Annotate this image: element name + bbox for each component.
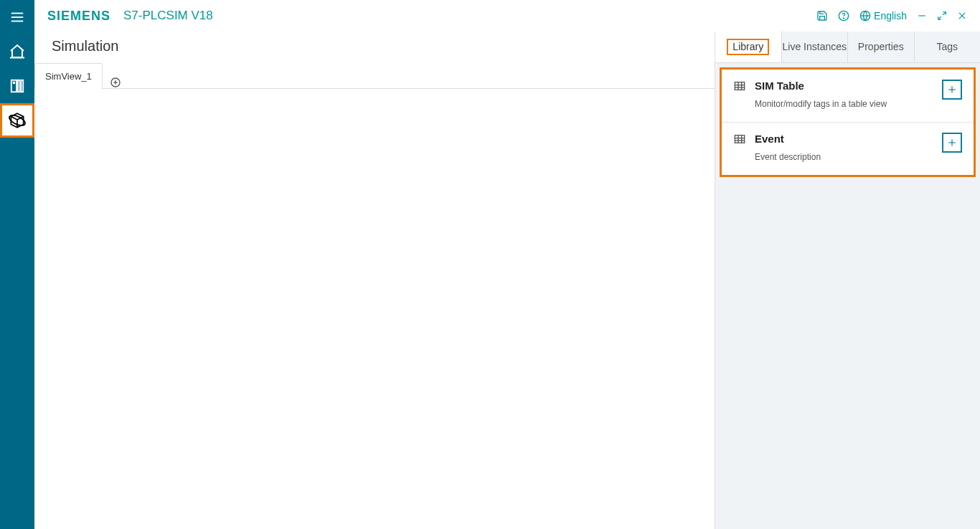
event-desc: Event description [755, 152, 933, 162]
tab-tags[interactable]: Tags [915, 32, 981, 62]
sim-table-title: SIM Table [755, 80, 933, 92]
svg-rect-21 [735, 82, 744, 90]
svg-rect-5 [18, 80, 20, 92]
tab-live-instances[interactable]: Live Instances [782, 32, 849, 62]
save-icon [816, 10, 828, 22]
tab-tags-label: Tags [936, 42, 958, 52]
library-body: SIM Table Monitor/modify tags in a table… [720, 67, 976, 177]
add-sim-table-button[interactable] [942, 80, 962, 100]
add-tab-button[interactable] [103, 77, 128, 88]
library-card-event[interactable]: Event Event description [722, 123, 974, 175]
simulation-canvas[interactable] [34, 89, 715, 529]
svg-line-14 [943, 12, 946, 15]
svg-rect-28 [735, 135, 744, 143]
help-button[interactable] [838, 10, 849, 22]
close-button[interactable] [957, 11, 967, 21]
tab-simview-1[interactable]: SimView_1 [34, 63, 103, 89]
restore-button[interactable] [937, 11, 947, 21]
language-selector[interactable]: English [859, 10, 907, 22]
right-panel: Library Live Instances Properties Tags S… [715, 32, 980, 529]
left-rail [0, 0, 34, 529]
svg-point-10 [844, 18, 844, 19]
minimize-icon [917, 11, 927, 21]
event-icon [733, 133, 746, 162]
cube-atom-icon [8, 111, 27, 130]
restore-icon [937, 11, 947, 21]
top-bar: SIEMENS S7-PLCSIM V18 English [34, 0, 980, 32]
add-event-button[interactable] [942, 133, 962, 153]
home-button[interactable] [0, 34, 34, 69]
language-label: English [874, 10, 907, 22]
tab-library[interactable]: Library [715, 32, 782, 62]
globe-icon [859, 10, 871, 22]
help-icon [838, 10, 849, 22]
simulation-button[interactable] [0, 103, 34, 138]
tab-live-label: Live Instances [783, 42, 847, 52]
sim-table-desc: Monitor/modify tags in a table view [755, 99, 933, 109]
module-icon [9, 78, 25, 94]
home-icon [9, 43, 26, 60]
library-card-sim-table[interactable]: SIM Table Monitor/modify tags in a table… [722, 70, 974, 123]
plus-icon [947, 138, 957, 148]
svg-rect-6 [22, 80, 24, 92]
svg-point-7 [14, 82, 15, 84]
tab-library-label: Library [727, 39, 769, 55]
svg-line-15 [938, 16, 941, 19]
minimize-button[interactable] [917, 11, 927, 21]
plus-circle-icon [110, 77, 121, 88]
tab-properties-label: Properties [858, 42, 904, 52]
tab-label: SimView_1 [45, 71, 92, 82]
close-icon [957, 11, 967, 21]
plus-icon [947, 85, 957, 95]
tab-properties[interactable]: Properties [848, 32, 915, 62]
page-title: Simulation [34, 32, 715, 60]
menu-button[interactable] [0, 0, 34, 34]
topbar-right: English [816, 10, 967, 22]
table-icon [733, 80, 746, 109]
brand-logo: SIEMENS [47, 9, 110, 24]
sim-tab-strip: SimView_1 [34, 63, 715, 89]
right-panel-tabs: Library Live Instances Properties Tags [715, 32, 980, 63]
hamburger-icon [9, 9, 25, 25]
app-title: S7-PLCSIM V18 [123, 9, 213, 23]
save-button[interactable] [816, 10, 828, 22]
module-button[interactable] [0, 69, 34, 103]
event-title: Event [755, 133, 933, 145]
